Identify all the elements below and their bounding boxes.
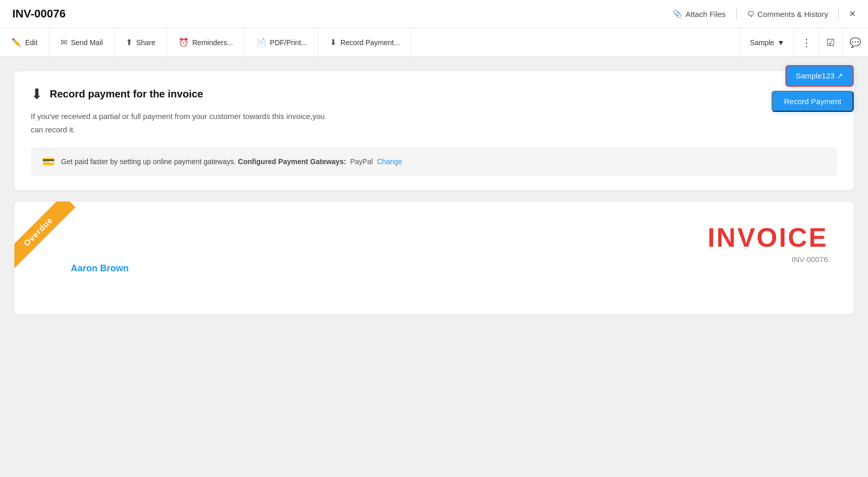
invoice-right: INVOICE INV-00076	[707, 222, 828, 264]
reminders-button[interactable]: ⏰ Reminders...	[167, 28, 245, 56]
record-payment-button[interactable]: ⬇ Record Payment...	[319, 28, 411, 56]
more-icon: ⋮	[801, 36, 812, 49]
share-icon: ⬆	[126, 37, 132, 47]
edit-label: Edit	[25, 38, 37, 47]
payment-icon: ⬇	[330, 37, 337, 47]
invoice-left: Aaron Brown	[40, 222, 129, 274]
sample-group: Sample ▼ ⋮ ☑ 💬	[740, 28, 868, 56]
reminder-icon: ⏰	[179, 37, 189, 47]
gateway-text-plain: Get paid faster by setting up online pay…	[61, 157, 236, 166]
pdf-print-button[interactable]: 📄 PDF/Print...	[245, 28, 319, 56]
invoice-title: INVOICE	[707, 222, 828, 253]
card-title-row: ⬇ Record payment for the invoice	[31, 86, 837, 103]
gateway-text: Get paid faster by setting up online pay…	[61, 157, 402, 166]
invoice-document-card: Overdue Aaron Brown INVOICE INV-00076	[14, 202, 854, 314]
more-options-button[interactable]: ⋮	[794, 28, 819, 56]
attach-files-label: Attach Files	[685, 10, 725, 18]
comments-history-button[interactable]: 🗨 Comments & History	[747, 10, 828, 18]
change-link[interactable]: Change	[377, 157, 402, 166]
send-mail-button[interactable]: ✉ Send Mail	[49, 28, 114, 56]
pdf-icon: 📄	[256, 37, 266, 47]
record-payment-label: Record Payment...	[340, 38, 400, 47]
gateway-name: PayPal	[350, 157, 372, 166]
sample123-label: Sample123 ↗	[796, 71, 843, 81]
main-content: Sample123 ↗ Record Payment ⬇ Record paym…	[0, 57, 868, 474]
dropdown-popup: Sample123 ↗ Record Payment	[772, 65, 854, 112]
toolbar: ✏️ Edit ✉ Send Mail ⬆ Share ⏰ Reminders.…	[0, 28, 868, 57]
comment-icon: 🗨	[747, 10, 755, 18]
attach-files-button[interactable]: 📎 Attach Files	[673, 9, 725, 18]
header-divider-2	[838, 8, 839, 19]
card-description: If you've received a partial or full pay…	[31, 110, 328, 136]
record-payment-card: ⬇ Record payment for the invoice If you'…	[14, 71, 854, 190]
sample-label: Sample	[750, 38, 774, 47]
mail-icon: ✉	[61, 37, 67, 47]
reminders-label: Reminders...	[192, 38, 233, 47]
sample123-button[interactable]: Sample123 ↗	[785, 65, 854, 87]
record-payment-card-icon: ⬇	[31, 86, 43, 103]
sample-button[interactable]: Sample ▼	[741, 28, 794, 56]
invoice-id: INV-00076	[12, 7, 66, 20]
toolbar-spacer	[411, 28, 740, 56]
comments-history-label: Comments & History	[758, 10, 828, 18]
chat-icon: 💬	[850, 37, 861, 48]
checklist-icon: ☑	[826, 37, 835, 48]
send-mail-label: Send Mail	[71, 38, 103, 47]
chat-button[interactable]: 💬	[842, 28, 868, 56]
share-label: Share	[136, 38, 155, 47]
checklist-button[interactable]: ☑	[819, 28, 842, 56]
top-header: INV-00076 📎 Attach Files 🗨 Comments & Hi…	[0, 0, 868, 28]
share-button[interactable]: ⬆ Share	[114, 28, 167, 56]
client-name[interactable]: Aaron Brown	[71, 263, 129, 274]
invoice-number: INV-00076	[707, 255, 828, 264]
header-left: INV-00076	[12, 7, 66, 21]
record-payment-dropdown-button[interactable]: Record Payment	[772, 91, 854, 112]
pdf-print-label: PDF/Print...	[270, 38, 307, 47]
edit-icon: ✏️	[11, 37, 22, 47]
credit-card-icon: 💳	[42, 155, 55, 168]
record-payment-dropdown-label: Record Payment	[784, 97, 841, 106]
header-divider-1	[736, 8, 737, 19]
payment-gateway-bar: 💳 Get paid faster by setting up online p…	[31, 147, 837, 176]
configured-label: Configured Payment Gateways:	[238, 157, 346, 166]
paperclip-icon: 📎	[673, 9, 682, 18]
header-right: 📎 Attach Files 🗨 Comments & History ×	[673, 8, 856, 19]
close-button[interactable]: ×	[849, 8, 856, 19]
edit-button[interactable]: ✏️ Edit	[0, 28, 49, 56]
dropdown-arrow-icon: ▼	[777, 38, 784, 47]
card-title: Record payment for the invoice	[50, 88, 203, 100]
invoice-content: Aaron Brown INVOICE INV-00076	[14, 202, 854, 294]
